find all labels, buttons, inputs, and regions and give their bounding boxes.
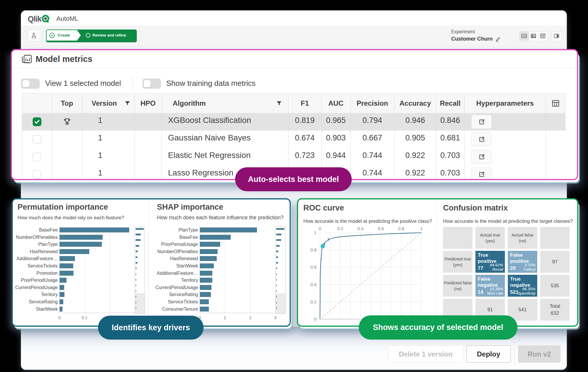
svg-text:0.6: 0.6 bbox=[378, 226, 384, 231]
svg-text:0: 0 bbox=[319, 226, 321, 231]
svg-text:1: 1 bbox=[420, 226, 423, 231]
svg-text:0.4: 0.4 bbox=[358, 226, 364, 231]
svg-text:0.8: 0.8 bbox=[310, 247, 316, 252]
svg-text:0.6: 0.6 bbox=[310, 265, 316, 270]
svg-text:0.4: 0.4 bbox=[310, 282, 316, 287]
svg-text:0.8: 0.8 bbox=[398, 226, 404, 231]
svg-text:0.2: 0.2 bbox=[337, 226, 343, 231]
svg-text:1: 1 bbox=[314, 230, 316, 235]
svg-text:0: 0 bbox=[314, 317, 316, 321]
svg-text:0.2: 0.2 bbox=[310, 299, 316, 304]
